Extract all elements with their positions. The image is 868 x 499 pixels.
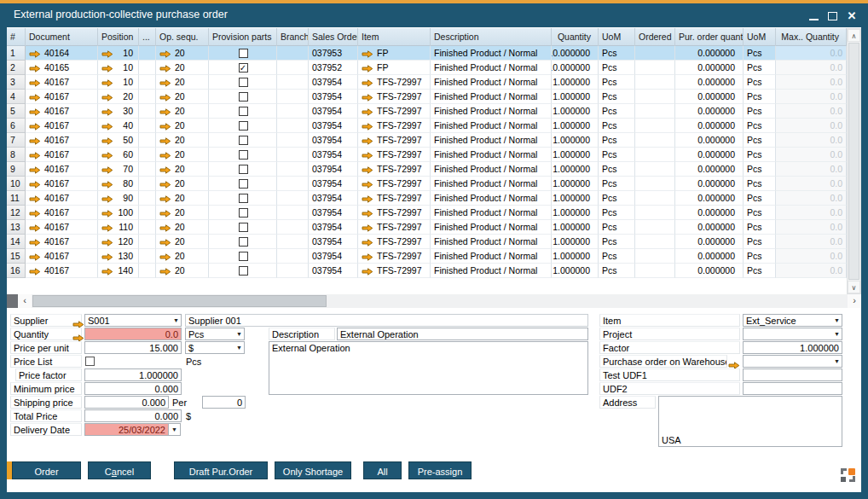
column-header-sales_order[interactable]: Sales Order: [309, 28, 358, 46]
cell-provision[interactable]: [209, 104, 277, 119]
provision-parts-checkbox[interactable]: [239, 121, 248, 131]
test-udf1-field[interactable]: [743, 368, 842, 381]
po-warehouse-link-arrow-icon[interactable]: [728, 357, 740, 365]
cell-num[interactable]: 5: [7, 104, 26, 119]
provision-parts-checkbox[interactable]: [239, 252, 248, 261]
link-arrow-icon[interactable]: [29, 136, 41, 144]
remarks-textarea[interactable]: External Operation: [269, 341, 588, 395]
maximize-button[interactable]: [825, 7, 841, 26]
description-field[interactable]: External Operation: [337, 328, 588, 340]
link-arrow-icon[interactable]: [29, 49, 41, 57]
quantity-link-arrow-icon[interactable]: [72, 330, 84, 338]
cell-provision[interactable]: [209, 206, 277, 220]
table-row[interactable]: 10401678020037954TFS-72997Finished Produ…: [7, 177, 847, 191]
link-arrow-icon[interactable]: [362, 107, 373, 115]
cell-provision[interactable]: [209, 75, 277, 90]
link-arrow-icon[interactable]: [362, 223, 373, 231]
link-arrow-icon[interactable]: [29, 107, 41, 115]
link-arrow-icon[interactable]: [29, 93, 41, 101]
item-select[interactable]: Ext_Service▼: [743, 314, 842, 327]
cell-num[interactable]: 8: [7, 148, 26, 162]
provision-parts-checkbox[interactable]: [239, 49, 248, 58]
cell-provision[interactable]: [209, 148, 277, 162]
delivery-date-dropdown-button[interactable]: ▼: [169, 423, 181, 436]
cell-num[interactable]: 3: [7, 75, 26, 90]
scroll-up-button[interactable]: ∧: [848, 29, 860, 42]
link-arrow-icon[interactable]: [362, 49, 373, 57]
link-arrow-icon[interactable]: [101, 252, 113, 260]
delivery-date-field[interactable]: 25/03/2022: [84, 423, 169, 436]
cell-num[interactable]: 9: [7, 162, 26, 177]
link-arrow-icon[interactable]: [159, 194, 171, 202]
only-shortage-button[interactable]: Only Shortage: [275, 461, 351, 479]
vertical-scrollbar[interactable]: ∧ ∨: [847, 28, 861, 294]
table-row[interactable]: 5401673020037954TFS-72997Finished Produc…: [7, 104, 847, 119]
link-arrow-icon[interactable]: [159, 252, 171, 260]
cell-provision[interactable]: [209, 191, 277, 206]
link-arrow-icon[interactable]: [101, 122, 113, 130]
table-row[interactable]: 144016712020037954TFS-72997Finished Prod…: [7, 235, 847, 249]
link-arrow-icon[interactable]: [29, 122, 41, 130]
provision-parts-checkbox[interactable]: [239, 136, 248, 145]
provision-parts-checkbox[interactable]: [239, 150, 248, 160]
link-arrow-icon[interactable]: [362, 64, 373, 72]
cell-num[interactable]: 13: [7, 220, 26, 235]
link-arrow-icon[interactable]: [362, 136, 373, 144]
link-arrow-icon[interactable]: [159, 151, 171, 159]
provision-parts-checkbox[interactable]: [239, 237, 248, 247]
table-row[interactable]: 1401641020037953FPFinished Product / Nor…: [7, 46, 847, 61]
link-arrow-icon[interactable]: [101, 194, 113, 202]
link-arrow-icon[interactable]: [101, 209, 113, 217]
column-header-provision[interactable]: Provision parts: [209, 28, 277, 46]
cell-num[interactable]: 14: [7, 235, 26, 249]
link-arrow-icon[interactable]: [29, 151, 41, 159]
provision-parts-checkbox[interactable]: [239, 266, 248, 276]
currency-select[interactable]: $▼: [185, 341, 245, 354]
link-arrow-icon[interactable]: [362, 209, 373, 217]
shipping-price-field[interactable]: 0.000: [84, 396, 169, 409]
address-textarea[interactable]: USA: [658, 396, 842, 447]
udf2-field[interactable]: [743, 382, 842, 395]
table-row[interactable]: 11401679020037954TFS-72997Finished Produ…: [7, 191, 847, 206]
provision-parts-checkbox[interactable]: [239, 92, 248, 102]
link-arrow-icon[interactable]: [159, 93, 171, 101]
close-button[interactable]: ✕: [844, 7, 859, 26]
column-header-branch[interactable]: Branch: [277, 28, 309, 46]
price-list-checkbox[interactable]: [85, 357, 95, 366]
draft-pur-order-button[interactable]: Draft Pur.Order: [174, 461, 268, 479]
price-per-unit-field[interactable]: 15.000: [84, 341, 182, 354]
table-row[interactable]: 7401675020037954TFS-72997Finished Produc…: [7, 133, 847, 148]
all-button[interactable]: All: [363, 461, 402, 479]
link-arrow-icon[interactable]: [101, 136, 113, 144]
table-row[interactable]: 154016713020037954TFS-72997Finished Prod…: [7, 249, 847, 264]
supplier-name-field[interactable]: Supplier 001: [185, 314, 588, 327]
link-arrow-icon[interactable]: [159, 107, 171, 115]
scroll-down-button[interactable]: ∨: [848, 281, 860, 293]
link-arrow-icon[interactable]: [159, 78, 171, 86]
factor-field[interactable]: 1.000000: [743, 341, 842, 354]
provision-parts-checkbox[interactable]: [239, 107, 248, 116]
table-row[interactable]: 3401671020037954TFS-72997Finished Produc…: [7, 75, 847, 90]
link-arrow-icon[interactable]: [29, 64, 41, 72]
cell-provision[interactable]: [209, 249, 277, 264]
horizontal-scroll-thumb[interactable]: [32, 295, 327, 307]
link-arrow-icon[interactable]: [362, 151, 373, 159]
link-arrow-icon[interactable]: [362, 238, 373, 246]
link-arrow-icon[interactable]: [101, 93, 113, 101]
horizontal-scrollbar[interactable]: ‹ ›: [7, 294, 861, 308]
quantity-field[interactable]: 0.0: [84, 328, 182, 340]
scroll-left-button[interactable]: ‹: [18, 294, 32, 308]
supplier-link-arrow-icon[interactable]: [72, 316, 84, 324]
cell-provision[interactable]: [209, 177, 277, 191]
link-arrow-icon[interactable]: [362, 165, 373, 173]
link-arrow-icon[interactable]: [29, 238, 41, 246]
link-arrow-icon[interactable]: [159, 267, 171, 275]
cell-provision[interactable]: ✓: [209, 61, 277, 75]
table-row[interactable]: 134016711020037954TFS-72997Finished Prod…: [7, 220, 847, 235]
cell-num[interactable]: 2: [7, 61, 26, 75]
link-arrow-icon[interactable]: [101, 49, 113, 57]
cell-num[interactable]: 16: [7, 264, 26, 278]
scrollbar-grip[interactable]: [7, 294, 18, 308]
table-row[interactable]: 124016710020037954TFS-72997Finished Prod…: [7, 206, 847, 220]
column-header-dots[interactable]: ...: [139, 28, 156, 46]
